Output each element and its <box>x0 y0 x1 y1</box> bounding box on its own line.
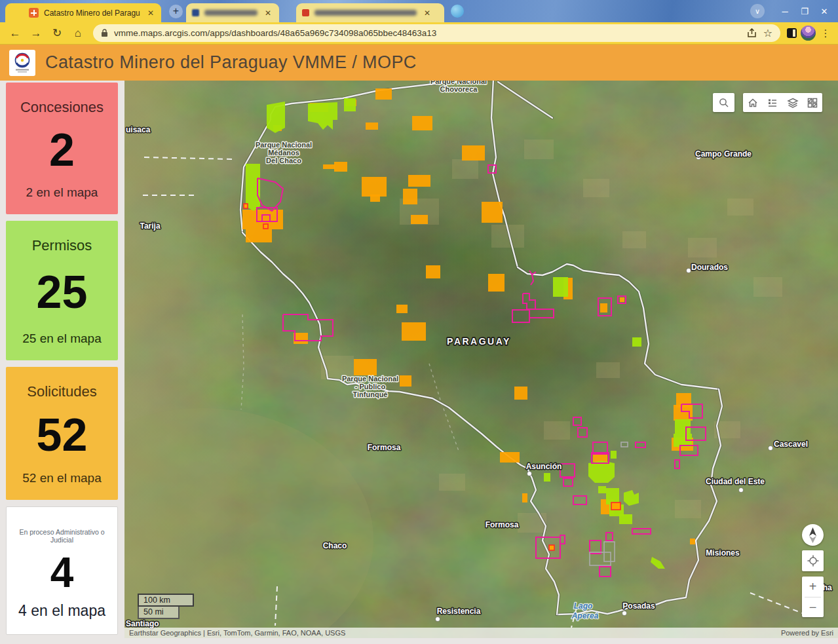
legend-icon[interactable] <box>767 97 778 109</box>
bookmark-star-icon[interactable]: ☆ <box>763 27 772 39</box>
permiso-polygon[interactable] <box>611 451 617 459</box>
map-search-button[interactable] <box>713 93 734 112</box>
highlighted-polygon[interactable] <box>611 502 620 510</box>
zoom-control: + − <box>802 577 824 617</box>
solicitud-polygon[interactable] <box>354 359 377 375</box>
tab-active[interactable]: Catastro Minero del Paraguay ✕ <box>5 3 161 22</box>
highlighted-polygon[interactable] <box>244 204 248 208</box>
solicitud-polygon[interactable] <box>375 88 392 100</box>
browser-toolbar: ← → ↻ ⌂ vmme.maps.arcgis.com/apps/dashbo… <box>0 22 838 45</box>
solicitud-polygon[interactable] <box>514 387 527 400</box>
side-panel-icon[interactable] <box>787 28 797 38</box>
tab2-favicon-icon <box>192 9 199 16</box>
solicitud-polygon[interactable] <box>334 162 347 172</box>
solicitud-polygon[interactable] <box>403 189 417 204</box>
url-text[interactable]: vmme.maps.arcgis.com/apps/dashboards/48a… <box>114 28 741 38</box>
scalebar-mi: 50 mi <box>138 607 180 619</box>
home-extent-icon[interactable] <box>747 97 759 109</box>
solicitud-polygon[interactable] <box>462 145 485 161</box>
solicitud-polygon[interactable] <box>500 452 520 463</box>
map-label: Parque Nacional <box>256 141 312 149</box>
solicitud-polygon[interactable] <box>323 164 335 169</box>
forward-icon[interactable]: → <box>28 27 45 40</box>
tab-search-icon[interactable]: ∨ <box>750 4 765 18</box>
indicator-caption: 4 en el mapa <box>18 602 105 620</box>
tab3-close-icon[interactable]: ✕ <box>422 9 432 18</box>
permiso-polygon[interactable] <box>553 277 568 297</box>
indicator-value: 52 <box>37 415 88 456</box>
layers-icon[interactable] <box>787 97 799 109</box>
map-canvas[interactable]: Parque NacionalChovorecaParque NacionalM… <box>124 81 838 638</box>
map-widget[interactable]: Parque NacionalChovorecaParque NacionalM… <box>124 81 838 638</box>
solicitud-polygon[interactable] <box>690 539 695 544</box>
map-label: - Publico <box>355 383 386 390</box>
zoom-in-button[interactable]: + <box>802 577 824 596</box>
city-marker-dot <box>622 611 627 616</box>
menu-kebab-icon[interactable]: ⋮ <box>820 28 831 39</box>
solicitud-polygon[interactable] <box>593 454 607 462</box>
window-close-icon[interactable]: ✕ <box>814 7 834 16</box>
solicitud-polygon[interactable] <box>362 177 387 197</box>
zoom-out-button[interactable]: − <box>802 597 824 617</box>
back-icon[interactable]: ← <box>7 27 24 40</box>
solicitud-polygon[interactable] <box>522 493 527 502</box>
reload-icon[interactable]: ↻ <box>48 26 66 40</box>
solicitud-polygon[interactable] <box>411 215 428 224</box>
share-icon[interactable] <box>747 28 757 38</box>
permiso-polygon[interactable] <box>588 461 615 483</box>
highlighted-polygon[interactable] <box>549 545 554 550</box>
map-label: Formosa <box>486 520 519 529</box>
permiso-polygon[interactable] <box>619 514 632 524</box>
map-label: Parque Nacional <box>430 81 487 85</box>
permiso-polygon[interactable] <box>632 337 641 347</box>
solicitud-polygon[interactable] <box>294 333 308 344</box>
home-icon[interactable]: ⌂ <box>69 27 86 40</box>
solicitud-polygon[interactable] <box>396 305 408 313</box>
indicator-en-proceso: En proceso Administrativo o Judicial 4 4… <box>6 506 118 635</box>
window-maximize-icon[interactable]: ❐ <box>795 7 814 16</box>
solicitud-polygon[interactable] <box>488 274 505 292</box>
powered-by-esri[interactable]: Powered by Esri <box>781 629 833 637</box>
permiso-polygon[interactable] <box>544 473 550 482</box>
solicitud-polygon[interactable] <box>246 229 272 242</box>
solicitud-polygon[interactable] <box>370 195 380 202</box>
solicitud-polygon[interactable] <box>600 303 607 313</box>
map-label: Misiones <box>706 548 740 558</box>
indicator-caption: 25 en el mapa <box>22 331 101 346</box>
city-marker-dot <box>436 617 440 622</box>
solicitud-polygon[interactable] <box>426 265 440 278</box>
locate-button[interactable] <box>802 550 824 571</box>
address-bar[interactable]: vmme.maps.arcgis.com/apps/dashboards/48a… <box>93 24 780 42</box>
highlighted-polygon[interactable] <box>263 224 268 229</box>
profile-avatar[interactable] <box>801 26 816 41</box>
solicitud-polygon[interactable] <box>620 297 624 302</box>
map-label: PARAGUAY <box>447 336 511 347</box>
page-title: Catastro Minero del Paraguay VMME / MOPC <box>45 52 417 73</box>
map-label: Apereá <box>571 611 599 620</box>
solicitud-polygon[interactable] <box>412 116 432 130</box>
new-tab-button[interactable]: + <box>169 5 183 18</box>
tab-close-icon[interactable]: ✕ <box>145 9 156 18</box>
basemap-gallery-icon[interactable] <box>807 97 818 109</box>
indicator-solicitudes: Solicitudes 52 52 en el mapa <box>6 367 118 500</box>
solicitud-polygon[interactable] <box>400 375 411 387</box>
lock-icon <box>101 29 108 37</box>
solicitud-polygon[interactable] <box>402 322 426 341</box>
solicitud-polygon[interactable] <box>408 175 430 187</box>
window-minimize-icon[interactable]: ─ <box>775 7 795 16</box>
search-icon <box>718 97 730 109</box>
indicator-permisos: Permisos 25 25 en el mapa <box>6 221 118 360</box>
background-decoration <box>451 5 464 18</box>
indicator-sidebar: Concesiones 2 2 en el mapa Permisos 25 2… <box>0 81 124 644</box>
map-label: uisaca <box>126 125 151 134</box>
tab-inactive-3[interactable]: ✕ <box>296 3 444 22</box>
solicitud-polygon[interactable] <box>366 123 378 130</box>
permiso-polygon[interactable] <box>267 102 285 133</box>
tab2-close-icon[interactable]: ✕ <box>263 9 273 18</box>
map-label: Chovoreca <box>440 85 478 93</box>
permiso-polygon[interactable] <box>598 486 606 493</box>
tab-inactive-2[interactable]: ✕ <box>186 3 279 22</box>
permiso-polygon[interactable] <box>344 98 356 111</box>
solicitud-polygon[interactable] <box>482 202 503 223</box>
compass-button[interactable] <box>802 524 824 546</box>
